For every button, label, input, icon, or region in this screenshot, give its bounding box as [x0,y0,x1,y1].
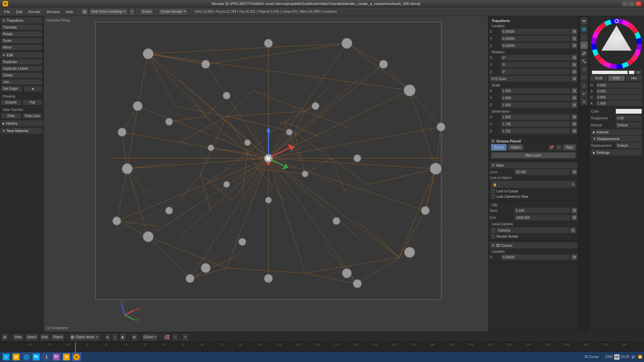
volume-header[interactable]: ▶ Volume [591,129,642,135]
global-selector[interactable]: Global ▼ [142,334,158,341]
loc-y-value[interactable]: 0.00000 [501,36,570,42]
roughness-value[interactable]: 0.00 [615,115,642,121]
camera-close[interactable]: ✕ [570,227,576,233]
h-input[interactable] [596,82,643,88]
lens-value[interactable]: 35.000 [514,169,570,175]
taskbar-illustrator[interactable]: Ai [62,353,71,361]
grease-pencil-checkbox[interactable]: ✓ [491,139,495,143]
mode-selector[interactable]: Object Mode ▼ [69,334,100,341]
rotation-mode-copy[interactable]: ⧉ [571,76,577,82]
snap-btn[interactable]: 🧲 [163,334,171,341]
edit-header[interactable]: ▼ Edit [1,52,43,58]
scale-button[interactable]: Scale [1,38,43,44]
dim-x-value[interactable]: 1.990 [501,114,570,120]
gp-scene-button[interactable]: Scene [491,144,506,150]
duplicate-button[interactable]: Duplicate [1,59,43,65]
lock-object-copy[interactable]: ⧉ [572,182,574,186]
render-border-checkbox[interactable] [491,234,495,238]
lock-camera-checkbox[interactable] [491,194,495,198]
mirror-button[interactable]: Mirror [1,44,43,51]
displacement-value[interactable]: Default [615,142,642,148]
color-picker-btn[interactable]: ✎ [635,70,641,74]
loc-x-copy[interactable]: ⧉ [571,28,577,35]
camera-value[interactable]: Camera [496,227,569,233]
loc-z-value[interactable]: 0.00000 [501,43,570,49]
physics-icon[interactable]: ~ [580,74,588,81]
gp-new-layer-button[interactable]: New Layer [491,152,576,159]
scale-x-copy[interactable]: ⧉ [571,88,577,94]
material-icon[interactable]: ● [580,90,588,97]
color-wheel[interactable] [591,19,642,69]
gp-plus-icon[interactable]: + [556,144,562,150]
taskbar-chrome[interactable]: 🌐 [21,353,31,361]
dim-z-copy[interactable]: ⧉ [571,128,577,134]
transform-header[interactable]: ▼ Transform [1,17,43,23]
viewport[interactable]: X Y Z [44,16,488,332]
dim-x-copy[interactable]: ⧉ [571,114,577,120]
taskbar-blender[interactable]: B [72,353,81,361]
scale-z-copy[interactable]: ⧉ [571,102,577,108]
close-button[interactable]: ✕ [635,1,641,6]
dim-z-value[interactable]: 1.752 [501,128,570,134]
speaker-icon[interactable]: 🔊 [631,354,636,360]
cursor-header[interactable]: ▼ 3D Cursor [490,242,577,248]
dim-y-value[interactable]: 1.785 [501,121,570,127]
new-material-header[interactable]: ▼ New Material [1,128,43,134]
workspace-add[interactable]: + [129,8,136,15]
view-menu-btn[interactable]: View [12,334,24,341]
constraints-icon[interactable]: 🔗 [580,50,588,57]
v-input[interactable] [596,95,643,100]
join-button[interactable]: Join [1,79,43,85]
duplicate-linked-button[interactable]: Duplicate Linked [1,65,43,72]
object-menu-btn[interactable]: Object [51,334,65,341]
history-header[interactable]: ▶ History [1,120,43,126]
menu-window[interactable]: Window [44,9,62,14]
delete-button[interactable]: Delete [1,72,43,78]
settings-header[interactable]: ▶ Settings [591,149,642,156]
lock-to-cursor-checkbox[interactable] [491,189,495,193]
normal-value[interactable]: Default [615,122,642,128]
camera-checkbox[interactable]: ✓ [491,228,496,233]
cursor-x-value[interactable]: 0.00000 [501,254,570,260]
lens-copy[interactable]: ⧉ [571,169,577,175]
modifiers-icon[interactable]: 🔧 [580,58,588,65]
proportional-btn[interactable]: ○ [172,334,178,341]
hsv-tab[interactable]: HSV [608,75,625,81]
clip-start-copy[interactable]: ⧉ [571,207,577,214]
minimize-button[interactable]: ─ [622,1,628,6]
rot-x-value[interactable]: 0° [501,55,570,61]
gp-object-button[interactable]: Object [508,144,524,150]
workspace-selector[interactable]: Antti 2mon modeling ▼ [89,8,128,15]
loc-x-value[interactable]: 0.00000 [501,28,570,35]
scale-x-value[interactable]: 1.000 [501,88,570,94]
scale-z-value[interactable]: 1.000 [501,102,570,108]
scene-icon[interactable]: 🌐 [580,25,588,33]
loc-y-copy[interactable]: ⧉ [571,36,577,42]
clip-end-value[interactable]: 1000.000 [514,215,570,221]
solid-mode-btn[interactable]: ● [105,334,111,341]
taskbar-premiere[interactable]: Pr [52,353,61,361]
render-engine-selector[interactable]: Cycles Render ▼ [158,8,189,15]
render-icon[interactable]: 📷 [580,17,588,25]
cursor-x-copy[interactable]: ⧉ [571,254,577,260]
loc-z-copy[interactable]: ⧉ [571,43,577,49]
translate-button[interactable]: Translate [1,24,43,31]
set-origin-button[interactable]: Set Origin [1,85,23,92]
flat-button[interactable]: Flat [22,99,43,106]
rot-z-value[interactable]: 0° [501,69,570,75]
taskbar-info[interactable]: ℹ [42,353,51,361]
rotate-button[interactable]: Rotate [1,31,43,37]
scene-selector[interactable]: Scene [140,8,154,15]
rot-y-copy[interactable]: ⧉ [571,62,577,68]
layers-btn[interactable]: ⊞ [131,334,138,341]
select-menu-btn[interactable]: Select [25,334,39,341]
taskbar-photoshop[interactable]: Ps [32,353,41,361]
rot-x-copy[interactable]: ⧉ [571,55,577,61]
particles-icon[interactable]: ✦ [580,66,588,73]
menu-help[interactable]: Help [63,9,76,14]
texture-icon[interactable]: ⊞ [580,98,588,105]
data-layo-button[interactable]: Data Layo [22,113,43,119]
view-header[interactable]: ▼ View [490,162,577,168]
rot-y-value[interactable]: 0° [501,62,570,68]
wireframe-mode-btn[interactable]: ○ [112,334,118,341]
